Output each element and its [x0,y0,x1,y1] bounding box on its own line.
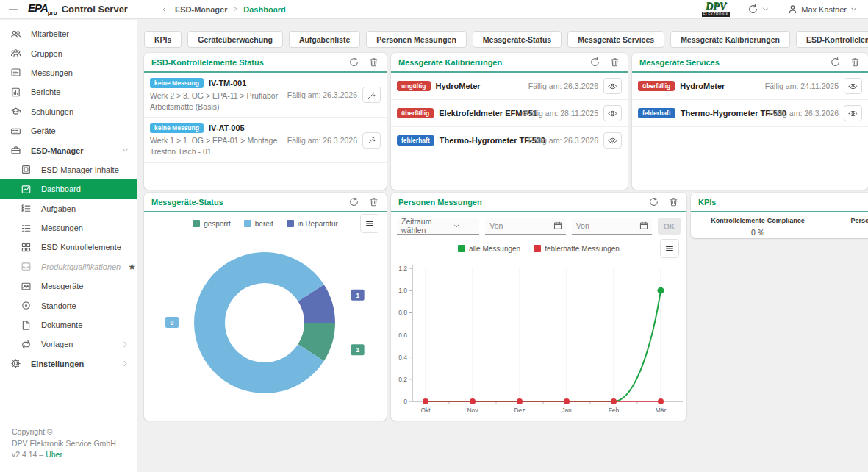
donut-value-label: 1 [356,292,359,299]
menu-icon[interactable] [7,4,19,15]
sidebar-item-schulungen[interactable]: Schulungen [0,102,137,121]
trainings-icon [10,106,21,117]
sidebar-item-aufgaben[interactable]: Aufgaben [0,199,137,218]
tab-kpis[interactable]: KPIs [144,31,182,48]
favorite-star-icon[interactable]: ★ [128,262,136,271]
tab-messger-te-services[interactable]: Messgeräte Services [567,31,664,48]
reports-icon [10,87,21,98]
card-refresh-button[interactable] [589,57,600,68]
calendar-icon[interactable] [553,221,563,231]
card-refresh-button[interactable] [648,196,659,207]
chart-menu-icon [365,218,375,229]
item-name: Elektrofeldmeter EFM®51 [439,109,537,118]
sidebar-item-esd-manager-inhalte[interactable]: ESD-Manager Inhalte [0,160,137,179]
card-messgeraete-status-chart: Messgeräte-Status gesperrtbereitin Repar… [144,193,387,421]
due-date: Fällig am: 24.11.2025 [765,82,839,90]
x-tick-label: Okt [420,407,431,414]
sidebar-item-mitarbeiter[interactable]: Mitarbeiter [0,24,137,43]
eye-button[interactable] [603,78,622,94]
list-item: überfälligElektrofeldmeter EFM®51Fällig … [391,100,628,127]
breadcrumb-parent[interactable]: ESD-Manager [175,5,228,14]
eye-button[interactable] [603,105,622,121]
sidebar-item-label: Standorte [41,301,76,310]
sidebar-item-einstellungen[interactable]: Einstellungen [0,354,137,373]
eye-icon [848,82,858,91]
y-tick-label: 0,2 [398,376,407,383]
sidebar-item-label: Berichte [31,87,60,96]
sidebar-item-berichte[interactable]: Berichte [0,82,137,101]
sidebar-item-produktqualifikationen[interactable]: Produktqualifikationen★ [0,257,137,276]
eye-button[interactable] [844,78,862,94]
legend-label: fehlerhafte Messungen [545,245,620,253]
chevron-right-icon [121,340,129,348]
sidebar-item-messungen[interactable]: Messungen [0,63,137,82]
card-remove-button[interactable] [368,196,379,207]
sidebar-item-label: Produktqualifikationen [41,262,121,271]
wand-button[interactable] [362,132,381,149]
chevron-right-icon [121,360,129,368]
card-remove-button[interactable] [609,57,620,68]
sidebar-item-vorlagen[interactable]: Vorlagen [0,335,137,354]
status-badge: überfällig [397,108,434,118]
card-messgeraete-services: Messgeräte Services überfälligHydroMeter… [632,53,868,190]
card-remove-button[interactable] [368,57,379,68]
breadcrumb: ESD-Manager > Dashboard [160,5,286,14]
legend-item-alle-messungen[interactable]: alle Messungen [458,245,520,253]
eye-icon [608,82,617,91]
due-date: Fällig am: 26.3.2026 [287,90,357,99]
app-title: Control Server [62,4,128,15]
sidebar-item-standorte[interactable]: Standorte [0,296,137,315]
wand-button[interactable] [362,87,381,103]
sidebar-item-gruppen[interactable]: Gruppen [0,43,137,62]
breadcrumb-back-icon[interactable] [160,5,169,14]
card-title: Messgeräte Kalibrierungen [398,58,589,67]
card-remove-button[interactable] [850,57,861,68]
trash-icon [609,57,620,68]
chart-menu-button[interactable] [660,239,679,258]
tab-personen-messungen[interactable]: Personen Messungen [366,31,467,48]
eye-button[interactable] [603,132,622,149]
list-item: überfälligHydroMeterFällig am: 24.11.202… [632,73,868,100]
legend-label: alle Messungen [469,245,520,253]
chart-menu-button[interactable] [360,214,379,233]
sidebar-item-esd-manager[interactable]: ESD-Manager [0,140,137,160]
tab-aufgabenliste[interactable]: Aufgabenliste [289,31,360,48]
legend-item-fehlerhafte-messungen[interactable]: fehlerhafte Messungen [534,245,620,253]
card-personen-messungen: Personen Messungen Zeitraum wählen [391,193,686,421]
dashboard-icon [21,184,32,195]
card-refresh-button[interactable] [830,57,841,68]
card-remove-button[interactable] [668,196,679,207]
card-refresh-button[interactable] [348,57,359,68]
sidebar-item-dokumente[interactable]: Dokumente [0,315,137,335]
tab-messger-te-status[interactable]: Messgeräte-Status [473,31,562,48]
user-menu[interactable]: Max Kästner [787,4,858,15]
ok-button[interactable]: OK [658,218,681,235]
calendar-icon[interactable] [639,221,649,231]
breadcrumb-current[interactable]: Dashboard [243,5,285,14]
sidebar-item-esd-kontrollelemente[interactable]: ESD-Kontrollelemente [0,237,137,257]
sidebar-item-label: Messungen [41,224,83,232]
top-header: EPApro Control Server ESD-Manager > Dash… [0,0,868,19]
tab-esd-kontrollelemente-status[interactable]: ESD-Kontrollelemente Status [796,31,868,48]
tab-ger-te-berwachung[interactable]: Geräteüberwachung [187,31,283,48]
legend-item-gesperrt[interactable]: gesperrt [193,220,231,228]
legend-label: gesperrt [204,220,231,228]
sync-menu[interactable] [747,4,770,15]
legend-item-bereit[interactable]: bereit [244,220,273,228]
item-name: IV-AT-005 [209,124,245,132]
tab-messger-te-kalibrierungen[interactable]: Messgeräte Kalibrierungen [670,31,790,48]
sidebar-item-dashboard[interactable]: Dashboard [0,179,137,199]
eye-button[interactable] [844,105,862,121]
series-alle-messungen [426,290,661,401]
about-link[interactable]: Über [46,450,62,459]
data-point-red [423,398,428,404]
status-badge: fehlerhaft [397,135,434,146]
sidebar-item-messungen[interactable]: Messungen [0,218,137,237]
sidebar-item-messger-te[interactable]: Messgeräte [0,276,137,296]
sidebar-item-ger-te[interactable]: Geräte [0,121,137,140]
chevron-down-icon [438,222,475,230]
legend-item-in-reparatur[interactable]: in Reparatur [287,220,338,228]
card-refresh-button[interactable] [348,196,359,207]
zeitraum-select[interactable]: Zeitraum wählen [397,218,479,235]
services-list: überfälligHydroMeterFällig am: 24.11.202… [632,73,868,127]
